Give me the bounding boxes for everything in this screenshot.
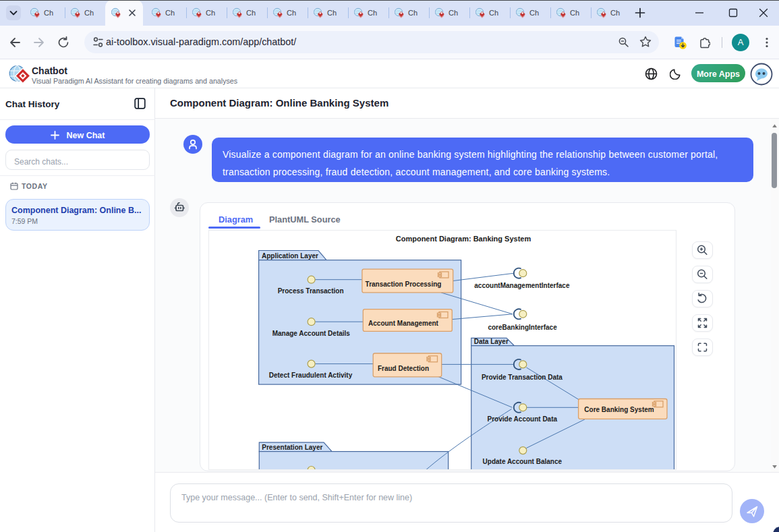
svg-text:Component Diagram: Banking Sys: Component Diagram: Banking System [396,235,531,243]
svg-text:Manage Account Details: Manage Account Details [272,330,351,337]
svg-text:coreBankingInterface: coreBankingInterface [488,324,557,331]
svg-text:Data Layer: Data Layer [474,338,509,345]
svg-text:Detect Fraudulent Activity: Detect Fraudulent Activity [269,372,353,379]
svg-text:Provide Account Data: Provide Account Data [488,415,558,423]
svg-text:Account Management: Account Management [368,320,439,327]
svg-text:Process Transaction: Process Transaction [278,287,344,295]
svg-text:accountManagementInterface: accountManagementInterface [474,282,570,289]
svg-text:Presentation Layer: Presentation Layer [262,444,322,451]
svg-text:Transaction Processing: Transaction Processing [366,280,442,288]
svg-text:Provide Transaction Data: Provide Transaction Data [482,374,562,381]
svg-text:Core Banking System: Core Banking System [584,406,654,413]
svg-text:Application Layer: Application Layer [262,252,318,260]
svg-text:Update Account Balance: Update Account Balance [483,458,562,465]
svg-text:Fraud Detection: Fraud Detection [378,365,429,372]
